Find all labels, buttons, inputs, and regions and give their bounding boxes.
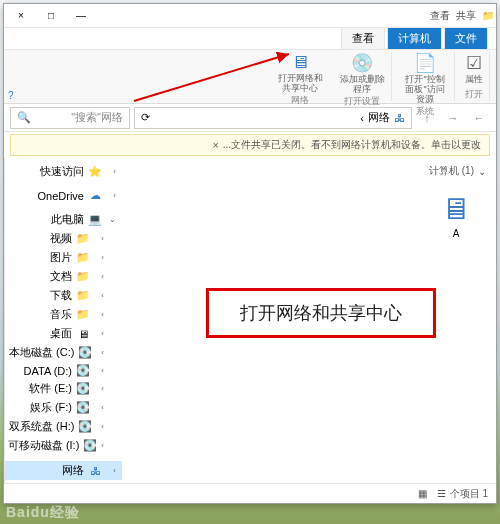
computer-icon: 🖥 xyxy=(441,192,471,226)
nav-label: 桌面 xyxy=(50,326,72,341)
folder-icon: 📁 xyxy=(76,308,90,321)
folder-icon: 📁 xyxy=(76,289,90,302)
quick-access-toolbar: 查看 共享 📁 xyxy=(430,9,494,23)
nav-item[interactable]: ›📁文档 xyxy=(5,267,122,286)
nav-network[interactable]: ›🖧网络 xyxy=(5,461,122,480)
qat-item[interactable]: 查看 xyxy=(430,9,450,23)
chevron-icon: › xyxy=(360,112,364,124)
ribbon: ☑ 属性 打开 📄 打开"控制面板"访问资源 系统 💿 添加或删除程序 打开设置… xyxy=(4,50,496,104)
nav-label: 本地磁盘 (C:) xyxy=(9,345,74,360)
view-buttons: ☰ ▦ xyxy=(414,487,450,500)
search-input[interactable]: 搜索"网络" 🔍 xyxy=(10,107,130,129)
ribbon-label: 打开"控制面板"访问资源 xyxy=(402,75,448,105)
forward-button[interactable]: → xyxy=(442,107,464,129)
nav-item[interactable]: ›💽娱乐 (F:) xyxy=(5,398,122,417)
qat-item[interactable]: 共享 xyxy=(456,9,476,23)
nav-label: 双系统盘 (H:) xyxy=(9,419,74,434)
notification-text: 文件共享已关闭。看不到网络计算机和设备。单击以更改... xyxy=(223,138,481,152)
ribbon-group-system[interactable]: 📄 打开"控制面板"访问资源 系统 xyxy=(396,52,455,101)
nav-label: 可移动磁盘 (I:) xyxy=(8,438,80,453)
ribbon-label: 属性 xyxy=(465,75,483,85)
nav-this-pc[interactable]: ⌄💻此电脑 xyxy=(5,210,122,229)
annotation-callout: 打开网络和共享中心 xyxy=(206,288,436,338)
close-icon[interactable]: × xyxy=(209,140,223,151)
nav-item[interactable]: ›📁音乐 xyxy=(5,305,122,324)
body: ⌄ 计算机 (1) 🖥 A 打开网络和共享中心 ›⭐快速访问 ›☁OneDriv… xyxy=(4,158,496,483)
ribbon-group-name: 打开设置 xyxy=(344,95,380,108)
ribbon-group-name: 网络 xyxy=(291,94,309,107)
window-controls: × □ — xyxy=(6,5,96,27)
nav-item[interactable]: ›💽双系统盘 (H:) xyxy=(5,417,122,436)
monitor-icon: 🖥 xyxy=(291,52,309,73)
folder-icon: 💽 xyxy=(76,401,90,414)
nav-item[interactable]: ›💽本地磁盘 (C:) xyxy=(5,343,122,362)
maximize-button[interactable]: □ xyxy=(36,5,66,27)
nav-item[interactable]: ›📁视频 xyxy=(5,229,122,248)
nav-item[interactable]: ›🖥桌面 xyxy=(5,324,122,343)
status-bar: 1 个项目 ☰ ▦ xyxy=(4,483,496,503)
details-view-button[interactable]: ☰ xyxy=(433,487,450,500)
folder-icon: 💽 xyxy=(83,439,97,452)
nav-label: 娱乐 (F:) xyxy=(30,400,72,415)
folder-icon: 🖥 xyxy=(76,328,90,340)
search-placeholder: 搜索"网络" xyxy=(31,110,123,125)
ribbon-group-name: 打开 xyxy=(465,88,483,101)
nav-item[interactable]: ›💽软件 (E:) xyxy=(5,379,122,398)
tab-file[interactable]: 文件 xyxy=(444,27,488,49)
tab-computer[interactable]: 计算机 xyxy=(387,27,442,49)
ribbon-label: 打开网络和共享中心 xyxy=(277,74,323,94)
star-icon: ⭐ xyxy=(88,165,102,178)
nav-item[interactable]: ›📁下载 xyxy=(5,286,122,305)
properties-icon: ☑ xyxy=(466,52,482,74)
item-label: A xyxy=(453,228,460,239)
ribbon-group-properties[interactable]: ☑ 属性 打开 xyxy=(459,52,490,101)
ribbon-group-name: 系统 xyxy=(416,105,434,118)
titlebar: × □ — 查看 共享 📁 xyxy=(4,4,496,28)
help-icon[interactable]: ? xyxy=(8,90,14,101)
svg-line-0 xyxy=(134,54,289,101)
icons-view-button[interactable]: ▦ xyxy=(414,487,431,500)
nav-label: 视频 xyxy=(50,231,72,246)
close-button[interactable]: × xyxy=(6,5,36,27)
tab-view[interactable]: 查看 xyxy=(341,27,385,49)
ribbon-group-programs[interactable]: 💿 添加或删除程序 打开设置 xyxy=(333,52,392,101)
breadcrumb[interactable]: 网络 xyxy=(368,110,390,125)
content-pane: ⌄ 计算机 (1) 🖥 A 打开网络和共享中心 xyxy=(122,158,496,483)
folder-icon: 💽 xyxy=(76,364,90,377)
minimize-button[interactable]: — xyxy=(66,5,96,27)
notification-bar[interactable]: 文件共享已关闭。看不到网络计算机和设备。单击以更改... × xyxy=(10,134,490,156)
explorer-window: × □ — 查看 共享 📁 文件 计算机 查看 ☑ 属性 打开 📄 打开"控制面… xyxy=(3,3,497,504)
item-count: 1 个项目 xyxy=(450,487,488,501)
disc-icon: 💿 xyxy=(351,52,373,74)
nav-label: 音乐 xyxy=(50,307,72,322)
folder-icon: 📁 xyxy=(76,270,90,283)
nav-item[interactable]: ›📁图片 xyxy=(5,248,122,267)
nav-label: 文档 xyxy=(50,269,72,284)
group-header[interactable]: ⌄ 计算机 (1) xyxy=(132,164,486,178)
nav-label: 软件 (E:) xyxy=(29,381,72,396)
watermark: Baidu经验 xyxy=(6,504,80,522)
folder-icon: 📁 xyxy=(482,10,494,21)
pc-icon: 💻 xyxy=(88,213,102,226)
cloud-icon: ☁ xyxy=(88,189,102,202)
nav-label: 下载 xyxy=(50,288,72,303)
nav-quick-access[interactable]: ›⭐快速访问 xyxy=(5,162,122,181)
navigation-pane: ›⭐快速访问 ›☁OneDrive ⌄💻此电脑 ›📁视频›📁图片›📁文档›📁下载… xyxy=(4,158,122,483)
nav-onedrive[interactable]: ›☁OneDrive xyxy=(5,187,122,204)
back-button[interactable]: ← xyxy=(468,107,490,129)
ribbon-tabs: 文件 计算机 查看 xyxy=(4,28,496,50)
group-label: 计算机 (1) xyxy=(429,164,474,178)
folder-icon: 💽 xyxy=(76,382,90,395)
address-input[interactable]: 🖧 网络 › ⟳ xyxy=(134,107,412,129)
nav-item[interactable]: ›💽可移动磁盘 (I:) xyxy=(5,436,122,455)
computer-item[interactable]: 🖥 A xyxy=(426,188,486,243)
network-icon: 🖧 xyxy=(88,465,102,477)
ribbon-label: 添加或删除程序 xyxy=(339,75,385,95)
items-grid: 🖥 A xyxy=(132,188,486,243)
ribbon-group-network[interactable]: 🖥 打开网络和共享中心 网络 xyxy=(271,52,329,101)
network-icon: 🖧 xyxy=(394,112,405,124)
refresh-icon[interactable]: ⟳ xyxy=(141,111,150,124)
nav-item[interactable]: ›💽DATA (D:) xyxy=(5,362,122,379)
search-icon: 🔍 xyxy=(17,111,31,124)
chevron-down-icon: ⌄ xyxy=(478,166,486,177)
